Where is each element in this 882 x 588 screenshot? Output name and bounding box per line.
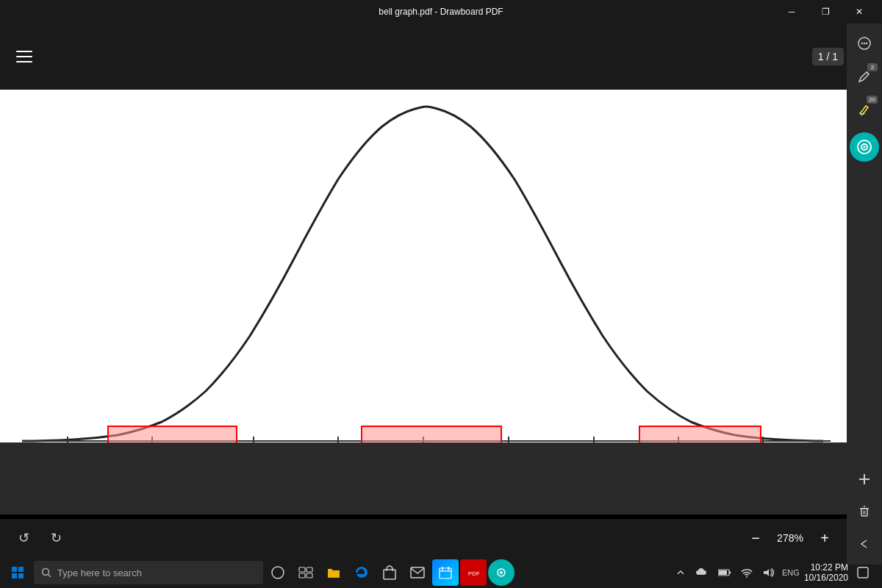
settings-icon xyxy=(495,566,508,579)
network-tray-icon[interactable] xyxy=(738,564,756,581)
network-icon xyxy=(741,567,753,578)
window-controls: ─ ❐ ✕ xyxy=(775,0,876,24)
hamburger-menu-button[interactable] xyxy=(12,43,38,70)
volume-icon xyxy=(763,567,775,578)
system-tray: ENG 10:22 PM 10/16/2020 xyxy=(672,562,879,583)
plus-icon xyxy=(856,471,872,487)
bell-curve-svg xyxy=(0,90,847,442)
svg-marker-40 xyxy=(764,569,769,576)
notification-center-button[interactable] xyxy=(853,562,873,583)
svg-rect-38 xyxy=(719,570,727,575)
back-icon xyxy=(856,536,872,552)
store-taskbar-icon[interactable] xyxy=(376,559,403,586)
annotation-box-3[interactable] xyxy=(639,426,761,442)
tray-clock[interactable]: 10:22 PM 10/16/2020 xyxy=(804,562,848,583)
svg-point-1 xyxy=(861,43,863,44)
pdf-icon: PDF xyxy=(467,566,480,579)
zoom-out-button[interactable]: − xyxy=(745,528,766,548)
zoom-in-button[interactable]: + xyxy=(814,528,835,548)
search-icon xyxy=(41,567,51,578)
undo-button[interactable]: ↺ xyxy=(12,526,35,550)
title-bar: bell graph.pdf - Drawboard PDF ─ ❐ ✕ xyxy=(0,0,882,24)
pen-icon-button[interactable]: 2 xyxy=(850,62,879,91)
file-explorer-taskbar-icon[interactable] xyxy=(320,559,347,586)
windows-taskbar: Type here to search xyxy=(0,557,882,588)
taskbar-search-bar[interactable]: Type here to search xyxy=(34,561,263,584)
calendar-taskbar-icon[interactable] xyxy=(432,559,459,586)
battery-icon xyxy=(718,568,731,577)
bell-curve-line xyxy=(22,107,823,441)
svg-rect-23 xyxy=(299,567,305,572)
task-view-icon xyxy=(298,567,313,578)
drawboard-taskbar-icon[interactable]: PDF xyxy=(460,559,487,586)
annotation-box-1[interactable] xyxy=(108,426,237,442)
svg-rect-41 xyxy=(858,567,868,578)
settings-taskbar-icon[interactable] xyxy=(488,559,514,586)
svg-rect-25 xyxy=(299,573,305,578)
hamburger-line-3 xyxy=(16,61,32,62)
svg-rect-19 xyxy=(18,573,24,578)
svg-rect-24 xyxy=(306,567,312,572)
task-view-button[interactable] xyxy=(293,559,319,586)
redo-button[interactable]: ↻ xyxy=(44,526,68,550)
language-tray-icon[interactable]: ENG xyxy=(782,564,800,581)
cortana-button[interactable] xyxy=(265,559,291,586)
svg-line-5 xyxy=(861,113,864,115)
svg-rect-27 xyxy=(384,570,395,579)
zoom-controls: − 278% + xyxy=(745,528,835,548)
svg-rect-26 xyxy=(306,573,312,578)
teal-target-icon xyxy=(856,138,873,156)
svg-point-8 xyxy=(864,146,866,148)
minimize-button[interactable]: ─ xyxy=(775,0,808,24)
window-title: bell graph.pdf - Drawboard PDF xyxy=(379,7,503,17)
delete-button[interactable] xyxy=(850,497,879,526)
top-toolbar: 1 / 1 xyxy=(0,24,882,90)
svg-point-20 xyxy=(43,569,49,576)
cortana-icon xyxy=(270,565,285,580)
pdf-content-area xyxy=(0,90,847,514)
add-button[interactable] xyxy=(850,465,879,494)
dark-area-below-pdf xyxy=(0,442,847,514)
weather-tray-icon[interactable] xyxy=(694,564,711,581)
close-button[interactable]: ✕ xyxy=(842,0,876,24)
edge-taskbar-icon[interactable] xyxy=(348,559,375,586)
highlighter-icon-button[interactable]: 20 xyxy=(850,94,879,123)
mail-taskbar-icon[interactable] xyxy=(404,559,431,586)
battery-tray-icon[interactable] xyxy=(716,564,734,581)
store-icon xyxy=(383,565,396,580)
app-container: 1 / 1 xyxy=(0,24,882,588)
notification-icon xyxy=(856,566,870,579)
tray-time-display: 10:22 PM xyxy=(811,562,848,573)
svg-line-4 xyxy=(867,72,869,74)
bottom-toolbar: ↺ ↻ − 278% + xyxy=(0,519,847,557)
show-hidden-icons-button[interactable] xyxy=(672,564,689,581)
chevron-up-icon xyxy=(676,568,685,577)
highlighter-badge: 20 xyxy=(867,96,878,104)
right-sidebar: 2 20 xyxy=(847,24,882,564)
pdf-canvas xyxy=(0,90,847,442)
trash-icon xyxy=(856,503,872,520)
svg-rect-29 xyxy=(440,568,451,578)
back-arrow-button[interactable] xyxy=(850,529,879,559)
maximize-button[interactable]: ❐ xyxy=(808,0,842,24)
cloud-icon xyxy=(696,567,709,578)
hamburger-line-1 xyxy=(16,51,32,52)
svg-rect-11 xyxy=(861,509,867,516)
pen-badge: 2 xyxy=(867,63,878,71)
annotation-box-2[interactable] xyxy=(362,426,501,442)
svg-rect-16 xyxy=(12,567,17,572)
teal-target-button[interactable] xyxy=(850,132,879,162)
comment-icon xyxy=(856,36,872,52)
hamburger-line-2 xyxy=(16,56,32,57)
svg-point-39 xyxy=(746,576,747,578)
svg-rect-28 xyxy=(411,567,424,578)
undo-redo-group: ↺ ↻ xyxy=(12,526,68,550)
comment-icon-button[interactable] xyxy=(850,29,879,59)
page-number: 1 / 1 xyxy=(812,48,844,65)
svg-point-35 xyxy=(500,571,503,574)
start-button[interactable] xyxy=(3,558,32,587)
volume-tray-icon[interactable] xyxy=(760,564,778,581)
search-placeholder-text: Type here to search xyxy=(57,567,142,578)
tray-date-display: 10/16/2020 xyxy=(804,573,848,583)
mail-icon xyxy=(410,567,425,578)
